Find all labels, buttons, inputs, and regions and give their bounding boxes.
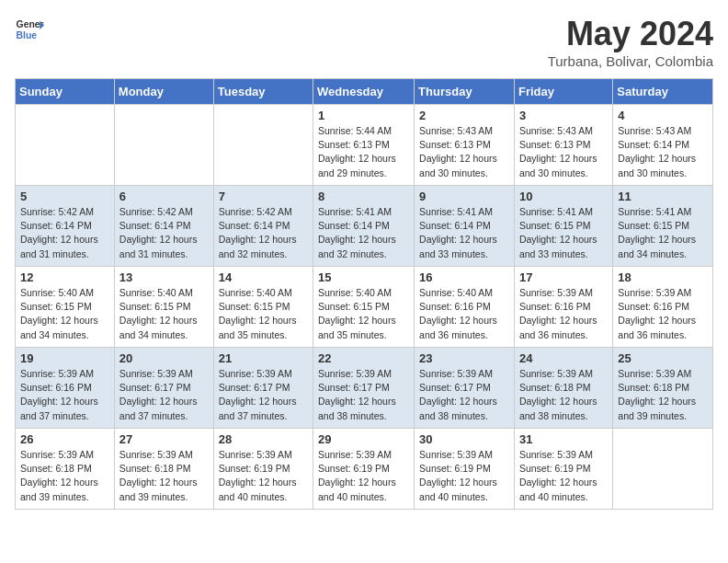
day-info: Sunrise: 5:44 AM Sunset: 6:13 PM Dayligh… <box>318 124 409 180</box>
calendar-cell: 17 Sunrise: 5:39 AM Sunset: 6:16 PM Dayl… <box>514 267 612 348</box>
calendar-cell: 14 Sunrise: 5:40 AM Sunset: 6:15 PM Dayl… <box>213 267 313 348</box>
sunrise-text: Sunrise: 5:39 AM <box>618 287 691 298</box>
day-info: Sunrise: 5:41 AM Sunset: 6:15 PM Dayligh… <box>618 205 708 261</box>
calendar-cell: 24 Sunrise: 5:39 AM Sunset: 6:18 PM Dayl… <box>514 348 612 429</box>
sunset-text: Sunset: 6:14 PM <box>119 220 191 231</box>
sunrise-text: Sunrise: 5:41 AM <box>318 206 392 217</box>
calendar-cell <box>213 105 313 186</box>
calendar-cell: 8 Sunrise: 5:41 AM Sunset: 6:14 PM Dayli… <box>313 186 415 267</box>
day-info: Sunrise: 5:40 AM Sunset: 6:15 PM Dayligh… <box>119 286 209 342</box>
daylight-text: Daylight: 12 hours and 29 minutes. <box>318 153 396 178</box>
sunrise-text: Sunrise: 5:43 AM <box>519 125 593 136</box>
sunset-text: Sunset: 6:15 PM <box>519 220 591 231</box>
sunrise-text: Sunrise: 5:39 AM <box>419 449 493 460</box>
day-info: Sunrise: 5:43 AM Sunset: 6:13 PM Dayligh… <box>419 124 509 180</box>
sunrise-text: Sunrise: 5:40 AM <box>219 287 292 298</box>
day-number: 1 <box>318 109 409 122</box>
calendar-cell: 20 Sunrise: 5:39 AM Sunset: 6:17 PM Dayl… <box>114 348 213 429</box>
day-info: Sunrise: 5:39 AM Sunset: 6:19 PM Dayligh… <box>519 448 608 504</box>
sunset-text: Sunset: 6:17 PM <box>119 382 191 393</box>
sunset-text: Sunset: 6:13 PM <box>519 139 591 150</box>
day-info: Sunrise: 5:43 AM Sunset: 6:13 PM Dayligh… <box>519 124 608 180</box>
sunrise-text: Sunrise: 5:39 AM <box>20 368 94 379</box>
day-number: 6 <box>119 190 209 203</box>
day-number: 8 <box>318 190 409 203</box>
sunset-text: Sunset: 6:19 PM <box>219 463 290 474</box>
day-info: Sunrise: 5:39 AM Sunset: 6:17 PM Dayligh… <box>119 367 209 423</box>
sunset-text: Sunset: 6:15 PM <box>318 301 390 312</box>
day-info: Sunrise: 5:43 AM Sunset: 6:14 PM Dayligh… <box>618 124 708 180</box>
daylight-text: Daylight: 12 hours and 30 minutes. <box>618 153 696 178</box>
day-number: 9 <box>419 190 509 203</box>
sunset-text: Sunset: 6:15 PM <box>219 301 290 312</box>
sunrise-text: Sunrise: 5:44 AM <box>318 125 392 136</box>
day-number: 27 <box>119 432 209 446</box>
calendar-cell: 23 Sunrise: 5:39 AM Sunset: 6:17 PM Dayl… <box>415 348 515 429</box>
day-number: 4 <box>618 109 708 122</box>
sunset-text: Sunset: 6:14 PM <box>219 220 290 231</box>
dow-sunday: Sunday <box>16 79 115 105</box>
day-number: 25 <box>618 351 708 365</box>
sunset-text: Sunset: 6:19 PM <box>419 463 491 474</box>
daylight-text: Daylight: 12 hours and 37 minutes. <box>20 396 98 420</box>
calendar-cell: 5 Sunrise: 5:42 AM Sunset: 6:14 PM Dayli… <box>16 186 115 267</box>
day-info: Sunrise: 5:39 AM Sunset: 6:16 PM Dayligh… <box>20 367 109 423</box>
day-info: Sunrise: 5:41 AM Sunset: 6:15 PM Dayligh… <box>519 205 608 261</box>
day-info: Sunrise: 5:39 AM Sunset: 6:19 PM Dayligh… <box>318 448 409 504</box>
sunrise-text: Sunrise: 5:40 AM <box>119 287 193 298</box>
day-number: 18 <box>618 270 708 284</box>
sunrise-text: Sunrise: 5:42 AM <box>219 206 292 217</box>
calendar-cell: 3 Sunrise: 5:43 AM Sunset: 6:13 PM Dayli… <box>514 105 612 186</box>
calendar-cell: 27 Sunrise: 5:39 AM Sunset: 6:18 PM Dayl… <box>114 429 213 510</box>
calendar-cell: 31 Sunrise: 5:39 AM Sunset: 6:19 PM Dayl… <box>514 429 612 510</box>
sunset-text: Sunset: 6:17 PM <box>219 382 290 393</box>
sunrise-text: Sunrise: 5:39 AM <box>318 449 392 460</box>
day-number: 12 <box>20 270 109 284</box>
sunrise-text: Sunrise: 5:42 AM <box>20 206 94 217</box>
calendar-cell: 13 Sunrise: 5:40 AM Sunset: 6:15 PM Dayl… <box>114 267 213 348</box>
day-number: 7 <box>219 190 308 203</box>
calendar-cell: 18 Sunrise: 5:39 AM Sunset: 6:16 PM Dayl… <box>613 267 713 348</box>
day-number: 17 <box>519 270 608 284</box>
calendar-cell: 25 Sunrise: 5:39 AM Sunset: 6:18 PM Dayl… <box>613 348 713 429</box>
day-number: 11 <box>618 190 708 203</box>
sunset-text: Sunset: 6:16 PM <box>519 301 591 312</box>
sunrise-text: Sunrise: 5:40 AM <box>318 287 392 298</box>
logo: General Blue <box>15 15 48 44</box>
daylight-text: Daylight: 12 hours and 35 minutes. <box>318 315 396 339</box>
calendar-cell: 9 Sunrise: 5:41 AM Sunset: 6:14 PM Dayli… <box>415 186 515 267</box>
daylight-text: Daylight: 12 hours and 36 minutes. <box>419 315 497 339</box>
day-info: Sunrise: 5:39 AM Sunset: 6:19 PM Dayligh… <box>219 448 308 504</box>
sunrise-text: Sunrise: 5:41 AM <box>618 206 691 217</box>
sunrise-text: Sunrise: 5:39 AM <box>618 368 691 379</box>
daylight-text: Daylight: 12 hours and 33 minutes. <box>419 234 497 259</box>
daylight-text: Daylight: 12 hours and 40 minutes. <box>519 477 597 501</box>
day-info: Sunrise: 5:41 AM Sunset: 6:14 PM Dayligh… <box>419 205 509 261</box>
sunset-text: Sunset: 6:14 PM <box>618 139 689 150</box>
dow-tuesday: Tuesday <box>213 79 313 105</box>
sunset-text: Sunset: 6:15 PM <box>119 301 191 312</box>
sunrise-text: Sunrise: 5:39 AM <box>519 449 593 460</box>
daylight-text: Daylight: 12 hours and 40 minutes. <box>318 477 396 501</box>
calendar-cell: 28 Sunrise: 5:39 AM Sunset: 6:19 PM Dayl… <box>213 429 313 510</box>
sunset-text: Sunset: 6:18 PM <box>519 382 591 393</box>
day-info: Sunrise: 5:39 AM Sunset: 6:18 PM Dayligh… <box>519 367 608 423</box>
day-number: 21 <box>219 351 308 365</box>
day-info: Sunrise: 5:39 AM Sunset: 6:17 PM Dayligh… <box>419 367 509 423</box>
day-number: 28 <box>219 432 308 446</box>
calendar-cell: 29 Sunrise: 5:39 AM Sunset: 6:19 PM Dayl… <box>313 429 415 510</box>
daylight-text: Daylight: 12 hours and 36 minutes. <box>519 315 597 339</box>
day-info: Sunrise: 5:40 AM Sunset: 6:15 PM Dayligh… <box>219 286 308 342</box>
calendar-cell: 30 Sunrise: 5:39 AM Sunset: 6:19 PM Dayl… <box>415 429 515 510</box>
sunset-text: Sunset: 6:19 PM <box>519 463 591 474</box>
day-info: Sunrise: 5:41 AM Sunset: 6:14 PM Dayligh… <box>318 205 409 261</box>
sunrise-text: Sunrise: 5:39 AM <box>20 449 94 460</box>
month-title: May 2024 <box>548 15 713 53</box>
day-info: Sunrise: 5:39 AM Sunset: 6:16 PM Dayligh… <box>618 286 708 342</box>
calendar-cell: 6 Sunrise: 5:42 AM Sunset: 6:14 PM Dayli… <box>114 186 213 267</box>
sunset-text: Sunset: 6:14 PM <box>419 220 491 231</box>
dow-friday: Friday <box>514 79 612 105</box>
daylight-text: Daylight: 12 hours and 38 minutes. <box>318 396 396 420</box>
sunrise-text: Sunrise: 5:39 AM <box>219 449 292 460</box>
calendar-cell: 26 Sunrise: 5:39 AM Sunset: 6:18 PM Dayl… <box>16 429 115 510</box>
